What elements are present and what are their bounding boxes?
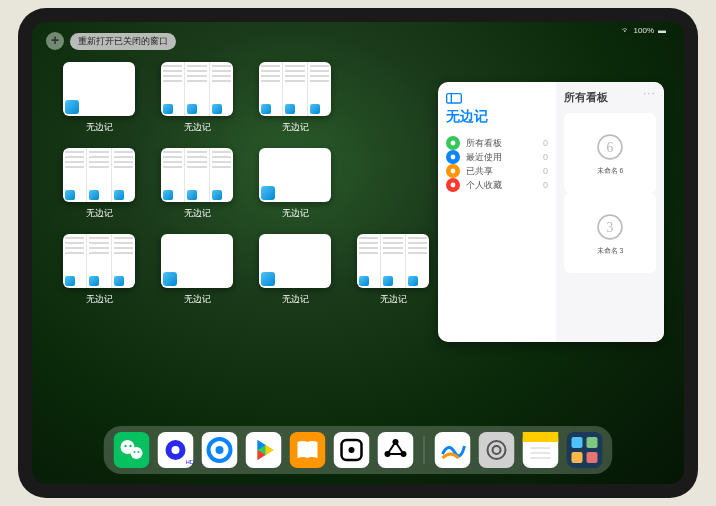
sidebar-item-label: 已共享 xyxy=(466,165,493,178)
sidebar-item-count: 0 xyxy=(543,138,548,148)
sidebar-item-icon xyxy=(446,178,460,192)
tile-thumbnail xyxy=(161,148,233,202)
svg-point-5 xyxy=(451,183,456,188)
sidebar-item-count: 0 xyxy=(543,166,548,176)
app-tile[interactable]: 无边记 xyxy=(62,62,136,136)
dock-separator xyxy=(424,436,425,464)
svg-point-19 xyxy=(172,446,180,454)
top-button-row: + 重新打开已关闭的窗口 xyxy=(46,32,176,50)
svg-point-12 xyxy=(131,447,143,459)
tile-label: 无边记 xyxy=(184,207,211,220)
sidebar-item-count: 0 xyxy=(543,152,548,162)
wifi-icon: ᯤ xyxy=(622,26,630,35)
tile-thumbnail xyxy=(259,148,331,202)
app-tile[interactable]: 无边记 xyxy=(160,234,234,308)
tile-label: 无边记 xyxy=(184,293,211,306)
svg-rect-45 xyxy=(523,432,559,442)
svg-rect-49 xyxy=(567,432,603,468)
sidebar-item[interactable]: 所有看板0 xyxy=(446,136,548,150)
battery-icon: ▬ xyxy=(658,26,666,35)
board-card[interactable]: 3未命名 3 xyxy=(564,193,656,273)
tile-label: 无边记 xyxy=(282,121,309,134)
svg-text:HD: HD xyxy=(186,459,194,465)
tile-thumbnail xyxy=(63,234,135,288)
board-card[interactable]: 6未命名 6 xyxy=(564,113,656,193)
dock-app-freeform[interactable] xyxy=(435,432,471,468)
tile-thumbnail xyxy=(259,234,331,288)
tile-thumbnail xyxy=(161,62,233,116)
add-window-button[interactable]: + xyxy=(46,32,64,50)
svg-rect-0 xyxy=(447,94,462,103)
sidebar-item[interactable]: 已共享0 xyxy=(446,164,548,178)
app-tile[interactable]: 无边记 xyxy=(258,234,332,308)
app-tile[interactable]: 无边记 xyxy=(258,148,332,222)
svg-rect-51 xyxy=(587,437,598,448)
tile-label: 无边记 xyxy=(86,121,113,134)
tile-label: 无边记 xyxy=(86,207,113,220)
app-tile[interactable]: 无边记 xyxy=(258,62,332,136)
svg-rect-41 xyxy=(479,432,515,468)
dock-app-square-dot[interactable] xyxy=(334,432,370,468)
tile-label: 无边记 xyxy=(282,293,309,306)
panel-more-button[interactable]: ··· xyxy=(643,86,656,100)
dock-app-books[interactable] xyxy=(290,432,326,468)
sidebar-item[interactable]: 个人收藏0 xyxy=(446,178,548,192)
battery-percent: 100% xyxy=(634,26,654,35)
svg-point-4 xyxy=(451,169,456,174)
dock-app-qqbrowser[interactable] xyxy=(202,432,238,468)
app-tile[interactable]: 无边记 xyxy=(62,234,136,308)
panel-title: 无边记 xyxy=(446,108,548,126)
svg-point-16 xyxy=(138,451,140,453)
dock-app-play[interactable] xyxy=(246,432,282,468)
sidebar-item-icon xyxy=(446,136,460,150)
tile-thumbnail xyxy=(63,148,135,202)
board-sketch-icon: 3 xyxy=(593,210,627,244)
dock: HD xyxy=(104,426,613,474)
svg-rect-52 xyxy=(572,452,583,463)
board-name: 未命名 3 xyxy=(597,246,624,256)
panel-content: 所有看板 6未命名 63未命名 3 xyxy=(556,82,664,342)
sidebar-item[interactable]: 最近使用0 xyxy=(446,150,548,164)
sidebar-item-icon xyxy=(446,164,460,178)
svg-text:6: 6 xyxy=(607,140,614,155)
app-tile[interactable]: 无边记 xyxy=(356,234,430,308)
svg-point-23 xyxy=(216,446,224,454)
reopen-closed-window-button[interactable]: 重新打开已关闭的窗口 xyxy=(70,33,176,50)
tile-thumbnail xyxy=(161,234,233,288)
panel-sidebar: 无边记 所有看板0最近使用0已共享0个人收藏0 xyxy=(438,82,556,342)
board-sketch-icon: 6 xyxy=(593,130,627,164)
sidebar-item-count: 0 xyxy=(543,180,548,190)
app-tile[interactable]: 无边记 xyxy=(160,148,234,222)
svg-rect-53 xyxy=(587,452,598,463)
svg-rect-33 xyxy=(378,432,414,468)
sidebar-item-icon xyxy=(446,150,460,164)
dock-app-settings[interactable] xyxy=(479,432,515,468)
svg-rect-50 xyxy=(572,437,583,448)
svg-point-14 xyxy=(129,445,131,447)
app-tile[interactable]: 无边记 xyxy=(62,148,136,222)
sidebar-item-label: 最近使用 xyxy=(466,151,502,164)
sidebar-toggle-icon[interactable] xyxy=(446,90,462,102)
svg-text:3: 3 xyxy=(607,220,614,235)
sidebar-item-label: 所有看板 xyxy=(466,137,502,150)
svg-point-2 xyxy=(451,141,456,146)
dock-app-quark-hd[interactable]: HD xyxy=(158,432,194,468)
svg-point-32 xyxy=(349,447,355,453)
svg-point-15 xyxy=(134,451,136,453)
dock-app-notes[interactable] xyxy=(523,432,559,468)
tile-thumbnail xyxy=(259,62,331,116)
sidebar-item-label: 个人收藏 xyxy=(466,179,502,192)
dock-app-arranger[interactable] xyxy=(567,432,603,468)
tile-label: 无边记 xyxy=(282,207,309,220)
svg-point-13 xyxy=(124,445,126,447)
tile-thumbnail xyxy=(357,234,429,288)
board-name: 未命名 6 xyxy=(597,166,624,176)
app-tile[interactable]: 无边记 xyxy=(160,62,234,136)
dock-app-wechat[interactable] xyxy=(114,432,150,468)
status-bar: ᯤ 100% ▬ xyxy=(622,26,666,35)
dock-app-hub[interactable] xyxy=(378,432,414,468)
freeform-panel: ··· 无边记 所有看板0最近使用0已共享0个人收藏0 所有看板 6未命名 63… xyxy=(438,82,664,342)
app-switcher-grid: 无边记无边记无边记无边记无边记无边记无边记无边记无边记无边记无边记无边记 xyxy=(62,62,430,308)
tile-label: 无边记 xyxy=(184,121,211,134)
tile-label: 无边记 xyxy=(380,293,407,306)
